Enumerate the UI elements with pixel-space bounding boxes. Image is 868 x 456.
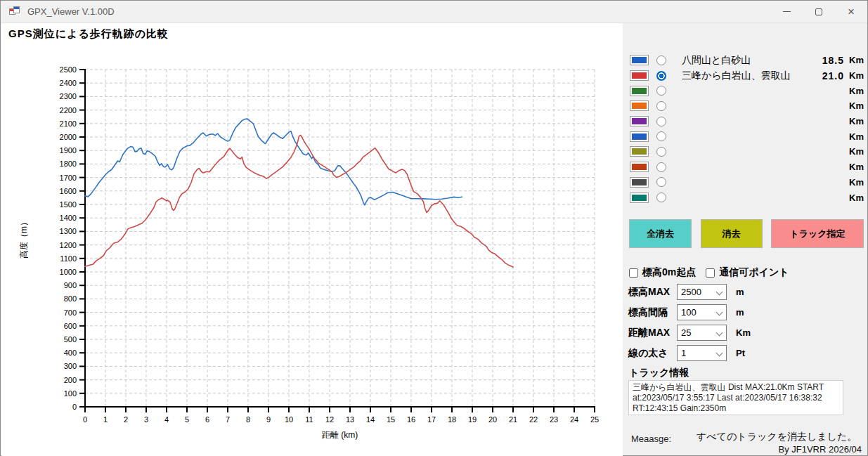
selector-label: 距離MAX	[628, 327, 677, 339]
track-select-button[interactable]: トラック指定	[771, 219, 864, 248]
x-axis-label: 距離 (km)	[322, 430, 358, 440]
combo-value: 100	[681, 307, 697, 318]
track-info-title: トラック情報	[629, 367, 689, 379]
svg-text:23: 23	[550, 415, 558, 424]
svg-text:17: 17	[427, 415, 436, 424]
track-color-chip	[630, 86, 649, 96]
track-unit: Km	[844, 100, 864, 111]
track-unit: Km	[844, 177, 864, 188]
svg-text:14: 14	[366, 415, 375, 424]
svg-text:800: 800	[64, 294, 77, 303]
track-label: 八間山と白砂山	[682, 54, 815, 67]
checkbox-label: 通信可ポイント	[719, 266, 789, 279]
svg-text:19: 19	[468, 415, 477, 424]
svg-text:0: 0	[83, 415, 87, 424]
track-color-chip	[630, 131, 649, 142]
svg-text:11: 11	[305, 415, 313, 424]
track-info-box[interactable]: 三峰から白岩山、雲取山 Dist MAX:21.0Km START at:202…	[628, 380, 843, 415]
checkbox[interactable]	[629, 268, 638, 278]
chevron-down-icon	[716, 350, 723, 357]
maximize-icon	[815, 8, 822, 15]
selector-combo[interactable]: 2500	[677, 284, 727, 300]
track-radio[interactable]	[656, 56, 666, 65]
track-list: 八間山と白砂山18.5Km三峰から白岩山、雲取山21.0KmKmKmKmKmKm…	[630, 53, 864, 205]
selector-unit: Pt	[736, 348, 745, 358]
svg-text:24: 24	[570, 415, 578, 424]
track-row: Km	[630, 98, 864, 114]
y-axis-label: 高度（m）	[19, 218, 29, 259]
clear-all-button[interactable]: 全消去	[629, 219, 692, 248]
selector-row: 標高MAX2500m	[628, 282, 864, 302]
svg-text:200: 200	[64, 376, 77, 384]
svg-text:1500: 1500	[60, 200, 77, 209]
track-radio[interactable]	[656, 117, 666, 126]
svg-text:900: 900	[64, 281, 77, 289]
track-radio[interactable]	[656, 193, 666, 202]
selector-combo[interactable]: 1	[677, 345, 727, 361]
clear-button[interactable]: 消去	[701, 219, 763, 248]
svg-text:2400: 2400	[60, 79, 77, 87]
chevron-down-icon	[716, 330, 723, 337]
credit: By JF1VRR 2026/04	[778, 444, 862, 455]
svg-text:1700: 1700	[60, 174, 77, 182]
svg-text:8: 8	[246, 415, 250, 424]
track-radio[interactable]	[656, 162, 666, 172]
selector-combo[interactable]: 25	[677, 325, 727, 341]
svg-text:25: 25	[590, 415, 599, 424]
track-radio[interactable]	[656, 86, 666, 96]
svg-text:9: 9	[266, 415, 271, 424]
svg-text:2300: 2300	[60, 92, 77, 100]
elevation-chart: 0100200300400500600700800900100011001200…	[1, 43, 620, 456]
track-unit: Km	[844, 131, 864, 142]
svg-text:300: 300	[64, 362, 77, 370]
track-radio[interactable]	[656, 147, 666, 157]
svg-text:1200: 1200	[60, 241, 77, 249]
svg-text:1800: 1800	[60, 159, 77, 168]
svg-text:2000: 2000	[60, 133, 77, 141]
message-label: Meaasge:	[631, 434, 671, 444]
svg-text:22: 22	[529, 415, 538, 424]
track-row: Km	[630, 159, 864, 175]
selector-unit: m	[736, 287, 744, 297]
track-row: Km	[630, 175, 864, 190]
page-title: GPS測位による歩行軌跡の比較	[8, 27, 169, 41]
svg-text:1000: 1000	[60, 268, 77, 276]
svg-text:1: 1	[103, 415, 108, 424]
checkbox[interactable]	[706, 268, 715, 278]
track-color-chip	[630, 146, 649, 157]
combo-value: 25	[681, 327, 691, 338]
close-button[interactable]: ×	[835, 1, 867, 22]
selector-label: 標高間隔	[628, 306, 677, 319]
svg-text:600: 600	[64, 322, 77, 330]
minimize-button[interactable]	[770, 1, 803, 22]
svg-text:1100: 1100	[60, 254, 77, 263]
track-unit: Km	[844, 162, 864, 172]
svg-text:15: 15	[387, 415, 395, 424]
app-icon	[9, 6, 20, 18]
selector-combo[interactable]: 100	[677, 304, 727, 320]
svg-text:12: 12	[325, 415, 334, 424]
track-row: Km	[630, 190, 864, 205]
combo-value: 1	[681, 348, 686, 358]
svg-text:4: 4	[164, 415, 169, 424]
track-radio[interactable]	[656, 177, 666, 187]
svg-text:5: 5	[185, 415, 189, 424]
maximize-button[interactable]	[803, 1, 835, 22]
track-row: 八間山と白砂山18.5Km	[630, 53, 864, 68]
selector-row: 線の太さ1Pt	[628, 343, 864, 363]
title-bar: GPX_Viewer V.1.00D ×	[1, 1, 867, 23]
track-row: Km	[630, 129, 864, 144]
track-radio[interactable]	[656, 131, 666, 141]
svg-text:2200: 2200	[60, 106, 77, 115]
selector-row: 標高間隔100m	[628, 302, 864, 323]
svg-text:13: 13	[346, 415, 354, 424]
checkbox-item: 通信可ポイント	[706, 266, 789, 279]
track-color-chip	[630, 162, 649, 172]
svg-text:21: 21	[509, 415, 517, 424]
track-radio[interactable]	[656, 71, 666, 81]
selector-unit: Km	[736, 327, 751, 338]
track-radio[interactable]	[656, 101, 666, 111]
buttons-row: 全消去 消去 トラック指定	[629, 219, 864, 248]
series-line-0	[85, 119, 462, 205]
chart-panel: GPS測位による歩行軌跡の比較 010020030040050060070080…	[1, 23, 623, 456]
